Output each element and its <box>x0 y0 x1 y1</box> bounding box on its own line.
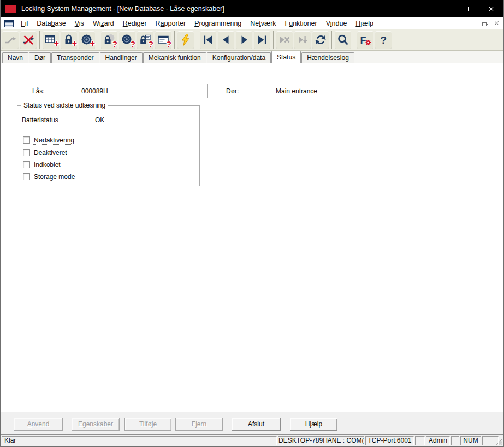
tab-haendelseslog[interactable]: Hændelseslog <box>301 52 354 63</box>
status-groupbox: Status ved sidste udlæsning Batteristatu… <box>17 105 200 186</box>
nav-first-button[interactable] <box>200 31 216 49</box>
checkbox-deaktiveret[interactable] <box>23 149 30 156</box>
tilfoje-button[interactable]: Tilføje <box>124 418 171 431</box>
menu-netvaerk[interactable]: Netværk <box>246 19 280 28</box>
plus-badge-icon: + <box>90 39 95 48</box>
new-matrix-button[interactable]: + <box>43 31 59 49</box>
question-badge-icon: ? <box>131 40 135 48</box>
read-display-button[interactable]: ? <box>155 31 171 49</box>
flash-button[interactable] <box>177 31 194 49</box>
toolbar-separator <box>273 31 274 49</box>
menu-vis[interactable]: Vis <box>70 19 88 28</box>
maximize-button[interactable] <box>453 0 478 17</box>
read-transponder-button[interactable]: ? <box>119 31 135 49</box>
toolbar-separator <box>39 31 40 49</box>
question-badge-icon: ? <box>112 40 117 48</box>
new-transponder-button[interactable]: + <box>79 31 95 49</box>
mdi-window-controls <box>469 20 501 27</box>
skip-cross-icon <box>278 33 291 46</box>
menu-vindue[interactable]: Vindue <box>322 19 352 28</box>
checkbox-label-indkoblet: Indkoblet <box>33 161 61 169</box>
fjern-button[interactable]: Fjern <box>175 418 223 431</box>
statusbar: Klar DESKTOP-789HANE : COM(*)TCP-Port:60… <box>1 434 503 446</box>
status-message: Klar <box>2 436 277 445</box>
tab-konfiguration-data[interactable]: Konfiguration/data <box>207 52 271 63</box>
close-button[interactable] <box>478 0 503 17</box>
hjaelp-button[interactable]: Hjælp <box>290 418 337 431</box>
minimize-button[interactable] <box>428 0 453 17</box>
skip-down-icon <box>296 33 309 46</box>
refresh-button[interactable] <box>312 31 329 49</box>
tab-handlinger[interactable]: Handlinger <box>100 52 143 63</box>
app-logo-icon <box>5 5 16 13</box>
battery-status-label: Batteristatus <box>22 116 58 124</box>
menu-fil[interactable]: Fil <box>16 19 32 28</box>
search-button[interactable] <box>335 31 351 49</box>
tab-mekanisk-funktion[interactable]: Mekanisk funktion <box>143 52 206 63</box>
plus-badge-icon: + <box>72 39 77 48</box>
window-title: Locking System Management - [New Databas… <box>21 5 224 13</box>
nav-last-button[interactable] <box>254 31 270 49</box>
anvend-button[interactable]: Anvend <box>14 418 63 431</box>
menu-rapporter[interactable]: Rapporter <box>151 19 191 28</box>
question-badge-icon: ? <box>149 40 153 48</box>
toolbar-separator <box>354 31 354 49</box>
status-panel-desktop-789hane-com: DESKTOP-789HANE : COM(*) <box>278 436 364 445</box>
checkbox-row-deaktiveret: Deaktiveret <box>23 148 68 157</box>
lock-value: 000089H <box>81 87 108 95</box>
lock-label: Lås: <box>32 87 45 95</box>
menu-items: FilDatabaseVisWizardRedigerRapporterProg… <box>16 19 378 28</box>
maximize-icon <box>464 7 469 11</box>
menu-programmering[interactable]: Programmering <box>190 19 246 28</box>
nav-next-button[interactable] <box>236 31 252 49</box>
toolbar: + + + ? ? ? ? <box>1 29 503 51</box>
status-panel-tcp-port-6001: TCP-Port:6001 <box>365 436 414 445</box>
mdi-close-button[interactable] <box>492 20 501 27</box>
connect-button[interactable] <box>2 31 19 49</box>
filter-config-button[interactable]: F <box>357 31 373 49</box>
disconnect-button[interactable] <box>20 31 37 49</box>
menubar: FilDatabaseVisWizardRedigerRapporterProg… <box>1 17 503 29</box>
menu-rediger[interactable]: Rediger <box>118 19 151 28</box>
checkbox-row-indkoblet: Indkoblet <box>23 160 61 169</box>
menu-wizard[interactable]: Wizard <box>88 19 118 28</box>
checkbox-indkoblet[interactable] <box>23 161 30 168</box>
svg-text:F: F <box>360 35 366 46</box>
toolbar-separator <box>197 31 197 49</box>
connect-icon <box>4 33 17 46</box>
tab-dor[interactable]: Dør <box>29 52 51 63</box>
status-panel-empty-7 <box>482 436 499 445</box>
egenskaber-button[interactable]: Egenskaber <box>72 418 120 431</box>
mdi-minimize-button[interactable] <box>469 20 478 27</box>
mdi-restore-button[interactable] <box>481 20 489 27</box>
menu-database[interactable]: Database <box>32 19 70 28</box>
minimize-icon <box>438 9 443 9</box>
filter-config-icon: F <box>359 33 372 46</box>
help-button[interactable]: ? <box>375 31 392 49</box>
afslut-button[interactable]: Afslut <box>232 418 281 431</box>
tab-status[interactable]: Status <box>271 51 301 63</box>
search-icon <box>336 33 349 46</box>
new-lock-button[interactable]: + <box>61 31 77 49</box>
skip-down-button[interactable] <box>294 31 311 49</box>
svg-text:?: ? <box>381 34 387 46</box>
tab-transponder[interactable]: Transponder <box>51 52 99 63</box>
door-label: Dør: <box>226 87 239 95</box>
read-lock-data-button[interactable]: ? <box>137 31 153 49</box>
read-lock-button[interactable]: ? <box>101 31 117 49</box>
close-icon <box>488 6 494 12</box>
toolbar-separator <box>174 31 175 49</box>
skip-cross-button[interactable] <box>276 31 293 49</box>
mdi-restore-icon <box>482 21 488 26</box>
app-window: Locking System Management - [New Databas… <box>0 0 504 447</box>
lock-field-box: Lås: 000089H <box>20 84 208 98</box>
disconnect-icon <box>22 33 35 46</box>
checkbox-storage-mode[interactable] <box>23 173 30 180</box>
nav-prev-button[interactable] <box>218 31 234 49</box>
tab-navn[interactable]: Navn <box>2 52 28 63</box>
checkbox-nodaktivering[interactable] <box>23 136 30 144</box>
checkbox-row-storage-mode: Storage mode <box>23 172 75 181</box>
menu-hjaelp[interactable]: Hjælp <box>351 19 378 28</box>
caption-buttons <box>428 0 503 17</box>
menu-funktioner[interactable]: Funktioner <box>281 19 322 28</box>
